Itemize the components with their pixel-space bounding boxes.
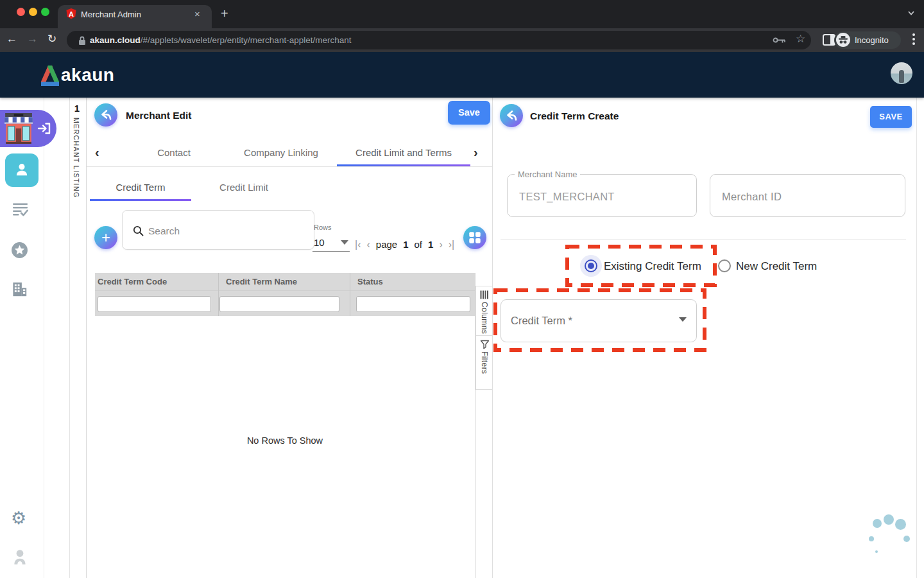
- column-separator: [218, 273, 219, 316]
- tab-company-linking[interactable]: Company Linking: [233, 147, 329, 158]
- search-input[interactable]: [147, 219, 307, 243]
- column-header-credit-term-code[interactable]: Credit Term Code: [98, 277, 167, 286]
- list-check-icon[interactable]: [11, 202, 28, 217]
- user-avatar[interactable]: [891, 62, 912, 84]
- incognito-label: Incognito: [855, 35, 889, 45]
- filter-input-status[interactable]: [356, 296, 470, 312]
- star-circle-icon[interactable]: [11, 241, 28, 259]
- side-tab-columns-label: Columns: [480, 302, 489, 334]
- back-button[interactable]: [500, 104, 523, 127]
- side-tab-columns[interactable]: Columns: [475, 286, 492, 336]
- rows-dropdown-caret-icon[interactable]: [341, 240, 348, 245]
- chevron-down-icon[interactable]: [907, 8, 916, 17]
- total-pages: 1: [428, 239, 433, 250]
- browser-forward-button[interactable]: →: [27, 33, 38, 46]
- svg-text:A: A: [69, 10, 74, 18]
- next-page-icon[interactable]: ›: [439, 240, 442, 250]
- columns-icon: [480, 290, 489, 299]
- applet-index: 1: [71, 103, 83, 114]
- browser-back-button[interactable]: ←: [6, 33, 17, 46]
- decorative-dot: [875, 550, 878, 553]
- filter-funnel-icon: [480, 340, 490, 349]
- tab-contact[interactable]: Contact: [142, 147, 206, 158]
- section-divider: [501, 239, 906, 240]
- window-close-button[interactable]: [17, 8, 25, 16]
- tab-credit-limit-and-terms[interactable]: Credit Limit and Terms: [337, 147, 470, 158]
- tab-close-icon[interactable]: ×: [194, 9, 200, 19]
- filter-input-credit-term-code[interactable]: [98, 296, 211, 312]
- app-header: [0, 52, 924, 98]
- browser-reload-button[interactable]: ↻: [47, 33, 56, 46]
- column-header-credit-term-name[interactable]: Credit Term Name: [226, 277, 297, 286]
- new-tab-button[interactable]: +: [221, 7, 228, 20]
- window-zoom-button[interactable]: [41, 8, 49, 16]
- rows-per-page-value[interactable]: 10: [314, 237, 325, 248]
- screen: A Merchant Admin × + ← → ↻ akaun.cloud/#…: [0, 0, 924, 578]
- url-text: akaun.cloud/#/applets/wavelet/erp/entity…: [90, 35, 351, 45]
- rows-select-underline: [312, 251, 350, 252]
- url-host: akaun.cloud: [90, 35, 141, 45]
- merchant-name-field[interactable]: [507, 174, 697, 217]
- search-icon: [133, 225, 144, 236]
- akaun-logo-icon: [41, 66, 59, 86]
- sidebar-item-merchant-listing[interactable]: [5, 153, 38, 187]
- angular-icon: A: [66, 8, 76, 19]
- column-header-status[interactable]: Status: [357, 277, 383, 286]
- merchant-id-field[interactable]: [710, 174, 905, 217]
- drawer-divider: [69, 98, 70, 578]
- applet-strip-label[interactable]: MERCHANT LISTING: [73, 118, 80, 198]
- merchant-id-input[interactable]: [721, 184, 889, 209]
- column-separator: [350, 273, 350, 316]
- prev-page-icon[interactable]: ‹: [366, 240, 370, 250]
- enter-arrow-icon: [37, 122, 51, 135]
- annotation-box-dropdown: [493, 288, 707, 353]
- window-minimize-button[interactable]: [29, 8, 37, 16]
- person-icon: [13, 161, 30, 178]
- side-panel-icon[interactable]: [823, 34, 835, 46]
- lock-icon[interactable]: [78, 35, 86, 46]
- radio-new-credit-term-label[interactable]: New Credit Term: [736, 260, 817, 273]
- tab-title: Merchant Admin: [81, 10, 141, 19]
- back-arrow-icon: [98, 107, 114, 123]
- add-button[interactable]: +: [94, 226, 117, 249]
- decorative-dot: [873, 519, 882, 528]
- side-tab-filters[interactable]: Filters: [475, 335, 492, 390]
- brand-name: akaun: [61, 65, 114, 85]
- of-word: of: [415, 239, 423, 250]
- rows-label: Rows: [314, 223, 332, 231]
- merchant-name-label: Merchant Name: [515, 170, 580, 179]
- building-icon[interactable]: [11, 281, 28, 298]
- filter-input-credit-term-name[interactable]: [219, 296, 339, 312]
- subtab-credit-term[interactable]: Credit Term: [90, 182, 191, 193]
- gear-icon[interactable]: ⚙: [11, 509, 26, 527]
- tabbar-divider: [87, 166, 493, 167]
- save-button[interactable]: Save: [448, 101, 490, 125]
- url-path: /#/applets/wavelet/erp/entity/merchant-a…: [141, 35, 352, 45]
- shop-icon: [4, 113, 33, 144]
- grid-view-button[interactable]: [463, 226, 486, 249]
- profile-icon[interactable]: [12, 548, 28, 566]
- key-icon[interactable]: [773, 36, 787, 44]
- page-word: page: [376, 239, 397, 250]
- back-button[interactable]: [94, 103, 117, 127]
- last-page-icon[interactable]: ›|: [449, 240, 454, 250]
- grid-icon: [467, 230, 483, 245]
- save-button[interactable]: SAVE: [870, 106, 912, 128]
- strip-divider: [86, 98, 87, 578]
- bookmark-star-icon[interactable]: ☆: [796, 33, 805, 46]
- browser-menu-icon[interactable]: [912, 33, 915, 47]
- search-box[interactable]: [122, 210, 314, 250]
- panel-right-border: [916, 98, 917, 578]
- decorative-dot: [869, 536, 874, 541]
- back-arrow-icon: [504, 108, 519, 123]
- tab-scroll-right-icon[interactable]: ›: [474, 145, 478, 160]
- page-title-merchant-edit: Merchant Edit: [126, 110, 191, 121]
- first-page-icon[interactable]: |‹: [355, 240, 361, 250]
- empty-table-message: No Rows To Show: [95, 435, 475, 446]
- merchant-name-input[interactable]: [518, 184, 681, 209]
- decorative-dot: [895, 519, 906, 530]
- radio-new-credit-term[interactable]: [718, 259, 731, 272]
- subtab-credit-limit[interactable]: Credit Limit: [205, 182, 282, 193]
- side-tab-filters-label: Filters: [480, 351, 489, 374]
- tab-scroll-left-icon[interactable]: ‹: [95, 145, 99, 160]
